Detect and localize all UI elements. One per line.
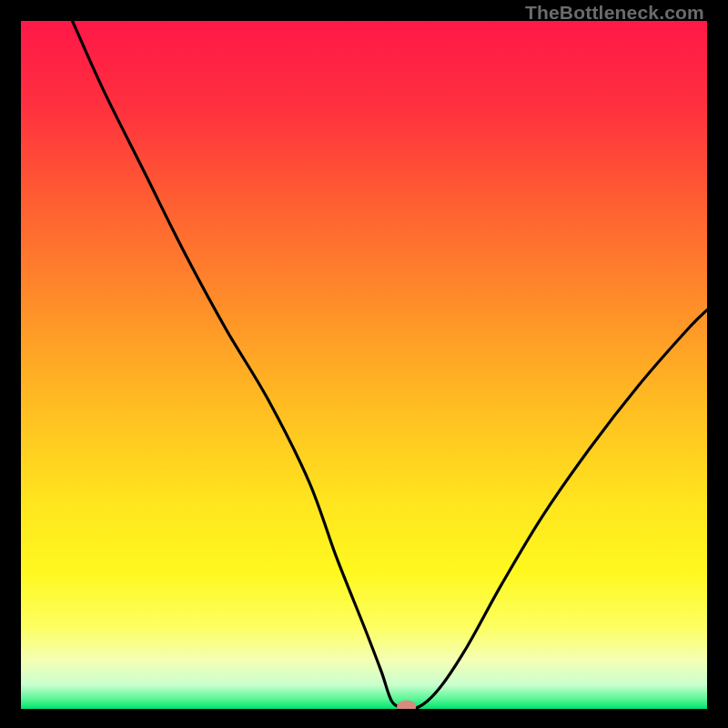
chart-frame: TheBottleneck.com xyxy=(0,0,728,728)
gradient-background xyxy=(21,21,707,709)
bottleneck-chart xyxy=(21,21,707,709)
plot-area xyxy=(21,21,707,709)
